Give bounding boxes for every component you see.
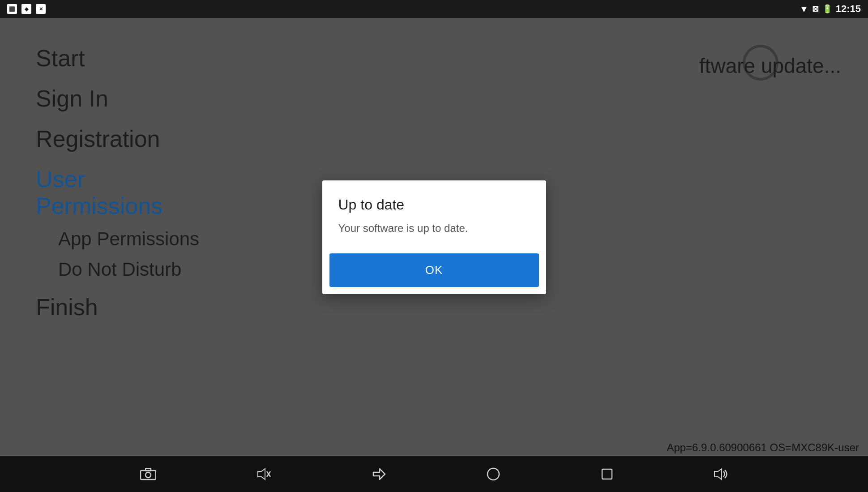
- wifi-icon: ▼: [800, 4, 808, 14]
- dialog-message: Your software is up to date.: [338, 222, 530, 235]
- dialog-actions: OK: [322, 248, 546, 294]
- svg-rect-1: [145, 468, 151, 471]
- recents-nav-icon[interactable]: [601, 468, 613, 480]
- android-icon: ◆: [21, 4, 31, 14]
- clock: 12:15: [836, 3, 861, 15]
- svg-point-2: [145, 472, 151, 478]
- svg-point-7: [487, 468, 499, 480]
- svg-marker-9: [714, 469, 722, 479]
- svg-marker-3: [258, 469, 265, 479]
- main-content: Start Sign In Registration User Permissi…: [0, 18, 868, 456]
- home-nav-icon[interactable]: [487, 467, 500, 481]
- volume-up-nav-icon[interactable]: [714, 468, 728, 480]
- status-bar-left: ⬛ ◆ ✕: [7, 4, 46, 14]
- battery-icon: 🔋: [822, 4, 832, 14]
- dialog-title: Up to date: [338, 197, 530, 213]
- camera-nav-icon[interactable]: [140, 468, 156, 480]
- usb-icon: ⬛: [7, 4, 17, 14]
- svg-rect-8: [602, 469, 612, 479]
- signal-icon: ⊠: [812, 4, 819, 14]
- dialog-body: Up to date Your software is up to date.: [322, 180, 546, 248]
- dialog: Up to date Your software is up to date. …: [322, 180, 546, 294]
- status-bar-right: ▼ ⊠ 🔋 12:15: [800, 3, 861, 15]
- svg-marker-6: [373, 469, 385, 479]
- dialog-ok-button[interactable]: OK: [329, 253, 539, 287]
- status-bar: ⬛ ◆ ✕ ▼ ⊠ 🔋 12:15: [0, 0, 868, 18]
- dialog-overlay: Up to date Your software is up to date. …: [0, 18, 868, 456]
- cursor-icon: ✕: [36, 4, 46, 14]
- volume-off-nav-icon[interactable]: [257, 468, 271, 480]
- nav-bar: [0, 456, 868, 492]
- back-nav-icon[interactable]: [372, 468, 386, 480]
